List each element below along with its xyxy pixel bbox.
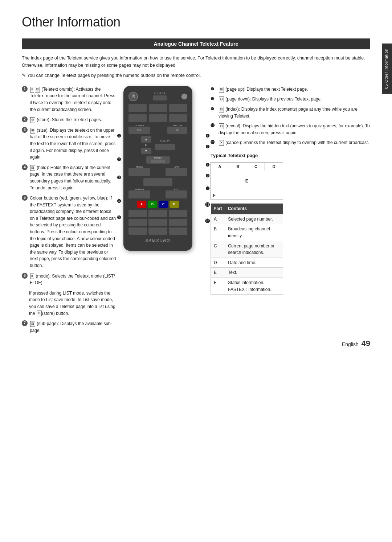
ttx-prech-row: TTX/MIX ⊡✎ PRE-CH ⊞: [128, 124, 187, 134]
teletext-title: Typical Tetetext page: [211, 152, 370, 159]
right-item-text-8: ⊞ (page up): Displays the next Teletext …: [219, 86, 308, 93]
nav-area: ▲ P ▼ CH LIST: [128, 136, 187, 154]
down-arrow[interactable]: ▼: [141, 148, 151, 154]
table-header-contents: Contents: [225, 204, 283, 214]
note-text: You can change Teletext pages by pressin…: [22, 72, 370, 79]
right-item-text-9: ⊟ (page down): Displays the previous Tel…: [219, 96, 322, 103]
num-btn-7[interactable]: [128, 227, 147, 235]
callout-5: ❺: [117, 215, 121, 220]
right-list-item-9: ❾ ⊟ (page down): Displays the previous T…: [211, 96, 370, 103]
ir-sensor: [181, 94, 187, 99]
table-cell-contents: Text.: [225, 268, 283, 278]
index-icon: ⊡: [219, 107, 224, 112]
num-btn-3[interactable]: [169, 210, 187, 217]
table-cell-part: B: [211, 224, 225, 241]
tools-label: TOOLS: [136, 166, 143, 168]
tools-button[interactable]: TOOLS: [128, 166, 150, 176]
blank-btn-5[interactable]: [149, 114, 167, 122]
prech-button[interactable]: PRE-CH ⊞: [167, 124, 187, 134]
callout-4: ❹: [117, 198, 121, 204]
blank-btn-2[interactable]: [149, 104, 167, 112]
ttx-mix-button[interactable]: TTX/MIX ⊡✎: [128, 124, 150, 134]
teletext-footer: F: [211, 191, 283, 200]
ttx-icon: ⊡✎: [137, 129, 142, 132]
num-btn-9[interactable]: [169, 227, 187, 235]
side-tab-label: 05 Other Information: [384, 49, 388, 89]
blank-wide-btn[interactable]: [143, 178, 172, 186]
table-cell-contents: Broadcasting channel identity.: [225, 224, 283, 241]
return-button[interactable]: RETURN: [128, 188, 150, 198]
footer-bar: English 49: [342, 339, 370, 348]
blank-row-2: [128, 114, 187, 122]
tools-inner: [128, 168, 150, 176]
right-item-num-10: ❿: [211, 106, 216, 112]
num-btn-1[interactable]: [128, 210, 147, 217]
info-inner: [166, 168, 187, 176]
btn-d[interactable]: D: [170, 201, 179, 208]
return-exit-row: RETURN EXIT: [128, 188, 187, 198]
item-text-1: ≡⊡ (Teletext on/mix): Activates the Tele…: [30, 86, 116, 113]
btn-b[interactable]: B: [148, 201, 157, 208]
remote-top-row: ⏻ SOURCE: [128, 92, 187, 101]
btn-a[interactable]: A: [137, 201, 146, 208]
ttx-label: TTX/MIX: [134, 124, 144, 127]
teletext-cell-d: D: [265, 163, 283, 171]
item-text-6: ≡ (mode): Selects the Teletext mode (LIS…: [30, 273, 116, 286]
section-header: Analogue Channel Teletext Feature: [22, 38, 370, 49]
reveal-icon: ⊟: [219, 123, 224, 129]
right-item-text-11: ⊟ (reveal): Displays the hidden text (an…: [219, 123, 370, 136]
prech-icon: ⊞: [176, 129, 179, 132]
table-row: DDate and time.: [211, 258, 283, 268]
right-list-item-8: ❽ ⊞ (page up): Displays the next Teletex…: [211, 86, 370, 93]
chlist-label: CH LIST: [160, 140, 170, 143]
tools-info-row: TOOLS INFO: [128, 166, 187, 176]
teletext-body: E: [211, 171, 283, 191]
return-inner: [128, 190, 150, 198]
remote-wrapper: ❶ ❷ ❸ ❹ ❺ ❻ ❼ ❽ ❾ ❿ ⓫ ⓬ ⏻ SOURCE: [123, 86, 203, 251]
callout-8: ❽: [205, 162, 210, 168]
table-cell-part: E: [211, 268, 225, 278]
callout-7: ❼: [205, 144, 210, 149]
chlist-button[interactable]: [155, 144, 175, 150]
blank-btn-6[interactable]: [169, 114, 187, 122]
num-btn-4[interactable]: [128, 219, 147, 226]
teletext-icon: ≡: [30, 87, 34, 93]
right-list-item-11: ⓫ ⊟ (reveal): Displays the hidden text (…: [211, 123, 370, 136]
table-row: CCurrent page number or search indicatio…: [211, 241, 283, 258]
info-button[interactable]: INFO: [166, 166, 187, 176]
item-text-2: ⊙ (store): Stores the Teletext pages.: [30, 116, 116, 123]
blank-btn-3[interactable]: [169, 104, 187, 112]
right-column: ❽ ⊞ (page up): Displays the next Teletex…: [211, 86, 370, 295]
exit-button[interactable]: EXIT: [166, 188, 187, 198]
callout-12: ⓬: [205, 218, 210, 224]
side-tab: 05 Other Information: [382, 44, 392, 94]
source-button[interactable]: [153, 95, 167, 100]
up-arrow[interactable]: ▲: [141, 136, 151, 143]
btn-c[interactable]: C: [159, 201, 168, 208]
num-btn-8[interactable]: [148, 227, 167, 235]
right-item-num-9: ❾: [211, 96, 216, 102]
table-cell-contents: Current page number or search indication…: [225, 241, 283, 258]
blank-btn-1[interactable]: [128, 104, 147, 112]
power-button[interactable]: ⏻: [128, 92, 138, 101]
exit-inner: [166, 190, 187, 198]
table-cell-part: D: [211, 258, 225, 268]
table-row: ASelected page number.: [211, 214, 283, 224]
num-btn-6[interactable]: [169, 219, 187, 226]
menu-area: MENU: [128, 156, 187, 164]
table-cell-part: F: [211, 278, 225, 294]
return-label: RETURN: [135, 188, 144, 190]
num-btn-2[interactable]: [148, 210, 167, 217]
list-item: 7 ⊟ (sub-page): Displays the available s…: [22, 320, 116, 334]
num-btn-5[interactable]: [148, 219, 167, 226]
table-row: EText.: [211, 268, 283, 278]
blank-btn-4[interactable]: [128, 114, 147, 122]
right-item-num-11: ⓫: [211, 123, 216, 129]
exit-label: EXIT: [174, 188, 179, 190]
callout-6: ❻: [205, 133, 210, 139]
hold-icon: ⊡: [30, 165, 35, 171]
sub-item-6: If pressed during LIST mode, switches th…: [29, 290, 116, 317]
right-item-num-12: ⓬: [211, 139, 216, 145]
main-content: 1 ≡⊡ (Teletext on/mix): Activates the Te…: [22, 86, 370, 338]
menu-button[interactable]: MENU: [146, 156, 170, 164]
